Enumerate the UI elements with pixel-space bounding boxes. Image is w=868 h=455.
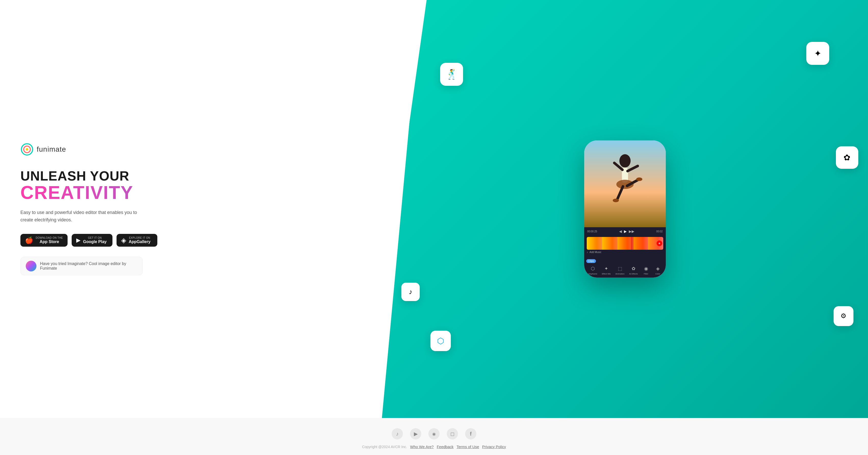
googleplay-button[interactable]: ▶ GET IT ON Google Play bbox=[72, 234, 113, 247]
add-music-row[interactable]: ♪ Add Music bbox=[587, 251, 663, 254]
floating-figure-icon: 🕺 bbox=[440, 63, 463, 86]
appgallery-text: EXPLORE IT ON AppGallery bbox=[129, 236, 150, 244]
googleplay-text: GET IT ON Google Play bbox=[83, 236, 106, 244]
svg-point-2 bbox=[26, 148, 28, 151]
phone-bottom-bar: Clips ⬡ Keyframe ✦ Effect Mix ⬚ bbox=[584, 256, 666, 278]
play-button[interactable]: ▶ bbox=[624, 229, 627, 233]
svg-point-4 bbox=[619, 154, 630, 168]
logo-container: funimate bbox=[21, 143, 362, 156]
prev-button[interactable]: ◀ bbox=[619, 229, 622, 233]
effectmix-label: Effect Mix bbox=[602, 273, 611, 275]
googleplay-main: Google Play bbox=[83, 239, 106, 244]
footer: ♪ ▶ ◉ ◻ f Copyright @2024 AVCR Inc. Who … bbox=[0, 418, 868, 455]
logo-text: funimate bbox=[37, 145, 66, 153]
instagram-link[interactable]: ◻ bbox=[447, 428, 458, 439]
filter-icon: ◉ bbox=[643, 265, 650, 272]
color-label: Color bbox=[655, 273, 660, 275]
animation-label: Animation bbox=[616, 273, 625, 275]
appgallery-main: AppGallery bbox=[129, 239, 150, 244]
facebook-link[interactable]: f bbox=[465, 428, 476, 439]
social-icons-group: ♪ ▶ ◉ ◻ f bbox=[392, 428, 476, 439]
phone-timeline-area: + ♪ Add Music bbox=[584, 235, 666, 256]
keyframe-label: Keyframe bbox=[589, 273, 597, 275]
footer-links-group: Copyright @2024 AVCR Inc. Who We Are? Fe… bbox=[362, 445, 506, 449]
discord-link[interactable]: ◉ bbox=[428, 428, 440, 439]
phone-mockup-container: 🕺 ♪ ⬡ ✦ ✿ bbox=[382, 0, 868, 418]
appstore-main: App Store bbox=[36, 239, 63, 244]
phone-toolbar: ⬡ Keyframe ✦ Effect Mix ⬚ Animation bbox=[586, 265, 664, 275]
youtube-icon: ▶ bbox=[414, 431, 418, 437]
feedback-link[interactable]: Feedback bbox=[437, 445, 454, 449]
toolbar-aieffects[interactable]: ✿ AI Effects bbox=[629, 265, 638, 275]
appgallery-sub: EXPLORE IT ON bbox=[129, 236, 150, 239]
keyframe-icon: ⬡ bbox=[589, 265, 596, 272]
aieffects-icon: ✿ bbox=[630, 265, 637, 272]
phone-controls-bar: 00:00:25 ◀ ▶ ▶▶ 00:02 bbox=[584, 227, 666, 235]
color-icon: ◈ bbox=[654, 265, 661, 272]
toolbar-animation[interactable]: ⬚ Animation bbox=[616, 265, 625, 275]
appgallery-button[interactable]: ◈ EXPLORE IT ON AppGallery bbox=[117, 234, 157, 247]
floating-layers-icon: ⬡ bbox=[430, 331, 451, 351]
apple-icon: 🍎 bbox=[25, 237, 33, 244]
floating-sliders-icon: ⚙ bbox=[834, 306, 854, 326]
time-display: 00:00:25 bbox=[587, 230, 597, 233]
toolbar-keyframe[interactable]: ⬡ Keyframe bbox=[589, 265, 597, 275]
googleplay-sub: GET IT ON bbox=[83, 236, 106, 239]
huawei-icon: ◈ bbox=[121, 237, 126, 244]
google-play-icon: ▶ bbox=[76, 237, 81, 243]
promo-bar[interactable]: Have you tried Imaginate? Cool image edi… bbox=[21, 257, 143, 275]
appstore-button[interactable]: 🍎 Download on the App Store bbox=[21, 234, 68, 247]
headline-line2: CREATIVITY bbox=[21, 183, 362, 202]
promo-text: Have you tried Imaginate? Cool image edi… bbox=[40, 261, 137, 271]
floating-wand-icon: ✦ bbox=[806, 42, 829, 65]
tiktok-link[interactable]: ♪ bbox=[392, 428, 403, 439]
appstore-text: Download on the App Store bbox=[36, 236, 63, 244]
animation-icon: ⬚ bbox=[616, 265, 623, 272]
headline-line1: UNLEASH YOUR bbox=[21, 169, 362, 183]
store-buttons-group: 🍎 Download on the App Store ▶ GET IT ON … bbox=[21, 234, 362, 247]
music-note-icon: ♪ bbox=[587, 251, 588, 254]
svg-point-12 bbox=[636, 177, 642, 181]
terms-of-use-link[interactable]: Terms of Use bbox=[457, 445, 479, 449]
toolbar-color[interactable]: ◈ Color bbox=[654, 265, 661, 275]
add-clip-button[interactable]: + bbox=[657, 240, 662, 246]
effectmix-icon: ✦ bbox=[603, 265, 610, 272]
who-we-are-link[interactable]: Who We Are? bbox=[410, 445, 433, 449]
imaginate-icon bbox=[26, 261, 36, 272]
logo-icon bbox=[21, 143, 34, 156]
appstore-sub: Download on the bbox=[36, 236, 63, 239]
playback-controls: ◀ ▶ ▶▶ bbox=[619, 229, 634, 233]
privacy-policy-link[interactable]: Privacy Policy bbox=[482, 445, 506, 449]
toolbar-filter[interactable]: ◉ Filter bbox=[643, 265, 650, 275]
timeline-track: + bbox=[587, 237, 663, 250]
facebook-icon: f bbox=[470, 431, 472, 437]
hero-section: funimate UNLEASH YOUR CREATIVITY Easy to… bbox=[0, 0, 868, 418]
toolbar-effectmix[interactable]: ✦ Effect Mix bbox=[602, 265, 611, 275]
phone-mockup: 00:00:25 ◀ ▶ ▶▶ 00:02 bbox=[584, 140, 666, 278]
add-music-label: Add Music bbox=[590, 251, 601, 254]
hero-left-panel: funimate UNLEASH YOUR CREATIVITY Easy to… bbox=[0, 0, 382, 418]
svg-point-11 bbox=[613, 199, 619, 202]
clips-label: Clips bbox=[586, 259, 596, 263]
youtube-link[interactable]: ▶ bbox=[410, 428, 421, 439]
phone-video-area bbox=[584, 140, 666, 227]
discord-icon: ◉ bbox=[432, 431, 436, 436]
floating-brush-icon: ✿ bbox=[836, 146, 858, 169]
filter-label: Filter bbox=[644, 273, 648, 275]
tiktok-icon: ♪ bbox=[396, 431, 399, 437]
page-wrapper: funimate UNLEASH YOUR CREATIVITY Easy to… bbox=[0, 0, 868, 455]
hero-subtitle: Easy to use and powerful video editor th… bbox=[21, 209, 138, 224]
end-time: 00:02 bbox=[656, 230, 663, 233]
floating-music-icon: ♪ bbox=[401, 283, 420, 301]
phone-video-content bbox=[584, 140, 666, 227]
next-button[interactable]: ▶▶ bbox=[629, 229, 634, 233]
hero-right-panel: 🕺 ♪ ⬡ ✦ ✿ bbox=[382, 0, 868, 418]
aieffects-label: AI Effects bbox=[629, 273, 638, 275]
instagram-icon: ◻ bbox=[450, 431, 455, 437]
footer-copyright: Copyright @2024 AVCR Inc. bbox=[362, 445, 407, 449]
